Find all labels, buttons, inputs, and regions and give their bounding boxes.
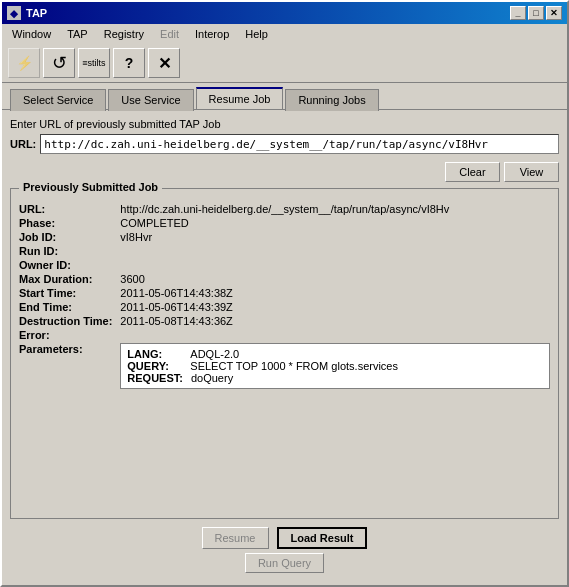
stilts-button[interactable]: ≡stilts [78,48,110,78]
minimize-button[interactable]: _ [510,6,526,20]
window-title: TAP [26,7,505,19]
ownerid-field-label: Owner ID: [19,259,112,271]
starttime-field-label: Start Time: [19,287,112,299]
resume-button[interactable]: Resume [202,527,269,549]
load-result-button[interactable]: Load Result [277,527,368,549]
main-window: ◆ TAP _ □ ✕ Window TAP Registry Edit Int… [0,0,569,587]
help-icon: ? [125,55,134,71]
refresh-button[interactable]: ↺ [43,48,75,78]
menu-help[interactable]: Help [239,26,274,42]
run-query-button[interactable]: Run Query [245,553,324,573]
tab-running-jobs[interactable]: Running Jobs [285,89,378,111]
maxduration-field-value: 3600 [120,273,550,285]
connect-button[interactable]: ⚡ [8,48,40,78]
close-icon: ✕ [158,54,171,73]
maxduration-field-label: Max Duration: [19,273,112,285]
endtime-field-value: 2011-05-06T14:43:39Z [120,301,550,313]
param-row-query: QUERY: SELECT TOP 1000 * FROM glots.serv… [127,360,543,372]
runid-field-label: Run ID: [19,245,112,257]
help-button[interactable]: ? [113,48,145,78]
param-row-lang: LANG: ADQL-2.0 [127,348,543,360]
close-button[interactable]: ✕ [148,48,180,78]
param-lang-value: ADQL-2.0 [190,348,239,360]
destruction-field-value: 2011-05-08T14:43:36Z [120,315,550,327]
phase-field-label: Phase: [19,217,112,229]
refresh-icon: ↺ [52,52,67,74]
destruction-field-label: Destruction Time: [19,315,112,327]
content-area: Enter URL of previously submitted TAP Jo… [2,109,567,585]
title-bar: ◆ TAP _ □ ✕ [2,2,567,24]
close-window-button[interactable]: ✕ [546,6,562,20]
menu-edit: Edit [154,26,185,42]
phase-field-value: COMPLETED [120,217,550,229]
window-controls: _ □ ✕ [510,6,562,20]
menu-window[interactable]: Window [6,26,57,42]
tab-resume-job[interactable]: Resume Job [196,87,284,109]
tab-bar: Select Service Use Service Resume Job Ru… [2,83,567,109]
run-query-row: Run Query [10,553,559,577]
param-request-key: REQUEST: [127,372,183,384]
params-content: LANG: ADQL-2.0 QUERY: SELECT TOP 1000 * … [120,343,550,389]
app-icon: ◆ [7,6,21,20]
url-prefix-label: URL: [10,138,36,150]
jobid-field-label: Job ID: [19,231,112,243]
ownerid-field-value [120,259,550,271]
param-request-value: doQuery [191,372,233,384]
param-lang-key: LANG: [127,348,182,360]
action-buttons-row: Clear View [10,162,559,182]
tab-select-service[interactable]: Select Service [10,89,106,111]
maximize-button[interactable]: □ [528,6,544,20]
menu-registry[interactable]: Registry [98,26,150,42]
url-row: URL: [10,134,559,154]
error-field-value [120,329,550,341]
param-row-request: REQUEST: doQuery [127,372,543,384]
param-query-value: SELECT TOP 1000 * FROM glots.services [190,360,398,372]
menu-tap[interactable]: TAP [61,26,94,42]
header-text: Enter URL of previously submitted TAP Jo… [10,118,559,130]
url-field-value: http://dc.zah.uni-heidelberg.de/__system… [120,203,550,215]
url-field-label: URL: [19,203,112,215]
tab-use-service[interactable]: Use Service [108,89,193,111]
group-box-title: Previously Submitted Job [19,181,162,193]
jobid-field-value: vI8Hvr [120,231,550,243]
menu-interop[interactable]: Interop [189,26,235,42]
menu-bar: Window TAP Registry Edit Interop Help [2,24,567,44]
params-label: Parameters: [19,343,112,389]
starttime-field-value: 2011-05-06T14:43:38Z [120,287,550,299]
url-section: Enter URL of previously submitted TAP Jo… [10,118,559,154]
connect-icon: ⚡ [16,55,33,71]
runid-field-value [120,245,550,257]
job-info-table: URL: http://dc.zah.uni-heidelberg.de/__s… [19,203,550,389]
clear-button[interactable]: Clear [445,162,500,182]
param-query-key: QUERY: [127,360,182,372]
view-button[interactable]: View [504,162,559,182]
endtime-field-label: End Time: [19,301,112,313]
previously-submitted-job-group: Previously Submitted Job URL: http://dc.… [10,188,559,519]
error-field-label: Error: [19,329,112,341]
bottom-buttons: Resume Load Result [10,519,559,553]
stilts-icon: ≡stilts [82,58,105,68]
url-input[interactable] [40,134,559,154]
toolbar: ⚡ ↺ ≡stilts ? ✕ [2,44,567,83]
